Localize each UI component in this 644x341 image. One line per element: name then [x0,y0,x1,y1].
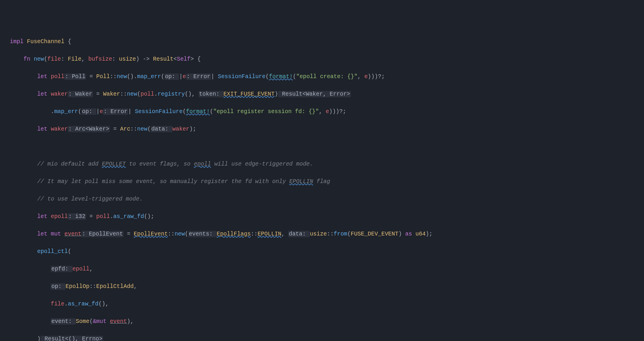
code-line[interactable]: ) Result<(), Errno> [0,335,644,341]
inlay-hint: Result<Waker, Error> [278,91,351,97]
code-line[interactable]: let poll: Poll = Poll::new().map_err(op:… [0,72,644,81]
inlay-hint: events: [188,231,217,237]
code-line[interactable] [0,142,644,151]
comment: // to use level-triggered mode. [37,196,143,202]
inlay-hint: op: [51,283,66,290]
inlay-hint: data: [288,231,310,237]
code-line[interactable]: event: Some(&mut event), [0,317,644,326]
code-line[interactable]: impl FuseChannel { [0,37,644,46]
code-line[interactable]: let epoll: i32 = poll.as_raw_fd(); [0,212,644,221]
keyword-impl: impl [10,38,24,45]
inlay-hint: data: [151,126,172,132]
code-line[interactable]: fn new(file: File, bufsize: usize) -> Re… [0,55,644,64]
inlay-hint: op: [82,108,96,115]
type-name: FuseChannel [27,38,65,45]
code-line[interactable]: let waker: Waker = Waker::new(poll.regis… [0,90,644,99]
code-line[interactable]: file.as_raw_fd(), [0,300,644,308]
inlay-hint: token: [199,91,224,97]
inlay-hint: : i32 [68,213,86,220]
code-line[interactable]: let mut event: EpollEvent = EpollEvent::… [0,230,644,238]
comment: // It may let poll miss some event, so m… [37,178,330,185]
code-line[interactable]: op: EpollOp::EpollCtlAdd, [0,282,644,291]
inlay-hint: op: [164,73,179,80]
code-line[interactable]: // mio default add EPOLLET to event flag… [0,160,644,168]
inlay-hint: : EpollEvent [82,231,123,237]
inlay-hint: Result<(), Errno> [40,336,103,341]
inlay-hint: epfd: [51,266,72,272]
brace: { [64,38,71,45]
inlay-hint: event: [51,318,76,325]
inlay-hint: : Poll [64,73,86,80]
code-line[interactable]: .map_err(op: |e: Error| SessionFailure(f… [0,107,644,116]
fn-name: new [34,56,44,62]
comment: // mio default add EPOLLET to event flag… [37,161,313,167]
inlay-hint: : Error [103,108,128,115]
code-line[interactable]: let waker: Arc<Waker> = Arc::new(data: w… [0,125,644,133]
inlay-hint: : Arc<Waker> [68,126,110,132]
keyword-fn: fn [24,56,30,62]
code-line[interactable]: epfd: epoll, [0,265,644,273]
code-line[interactable]: // It may let poll miss some event, so m… [0,177,644,186]
code-line[interactable]: epoll_ctl( [0,247,644,256]
inlay-hint: : Waker [68,91,93,97]
inlay-hint: : Error [186,73,211,80]
code-line[interactable]: // to use level-triggered mode. [0,195,644,203]
